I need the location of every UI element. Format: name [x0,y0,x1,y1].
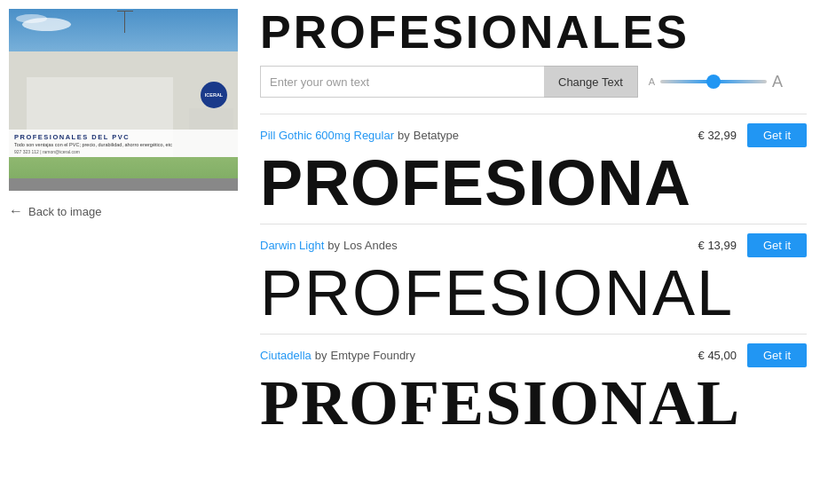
size-small-label: A [649,76,655,87]
custom-text-input[interactable] [260,66,544,98]
font-preview-2: PROFESIONAL [260,261,807,325]
font-name-link-3[interactable]: Ciutadella [260,349,311,362]
font-by-label-1: by [398,129,410,142]
app-layout: ICERAL PROFESIONALES DEL PVC Todo son ve… [0,0,820,504]
road [9,178,238,191]
font-info-3: Ciutadella by Emtype Foundry [260,349,415,362]
font-price-actions-3: € 45,00 Get it [698,343,807,367]
back-to-image-link[interactable]: ← Back to image [9,203,101,219]
font-entry-1: Pill Gothic 600mg Regular by Betatype € … [260,114,807,224]
image-phone: 927 323 112 | ramon@iceral.com [14,149,233,154]
right-panel: PROFESIONALES Change Text A A Pill Gothi… [247,0,820,504]
font-preview-1: PROFESIONA [260,151,807,215]
font-foundry-3: Emtype Foundry [331,349,415,362]
size-large-label: A [772,73,783,91]
font-foundry-1: Betatype [414,129,459,142]
font-entry-2: Darwin Light by Los Andes € 13,99 Get it… [260,224,807,334]
change-text-button[interactable]: Change Text [544,66,638,98]
font-price-2: € 13,99 [698,239,737,252]
image-title: PROFESIONALES DEL PVC [14,133,233,141]
get-it-button-1[interactable]: Get it [747,123,807,147]
get-it-button-2[interactable]: Get it [747,233,807,257]
back-arrow-icon: ← [9,203,23,219]
font-entry-3: Ciutadella by Emtype Foundry € 45,00 Get… [260,334,807,444]
font-foundry-2: Los Andes [343,239,398,252]
font-by-label-2: by [327,239,340,252]
back-to-image-label: Back to image [28,205,101,218]
get-it-button-3[interactable]: Get it [747,343,807,367]
font-by-label-3: by [315,349,327,362]
font-list: Pill Gothic 600mg Regular by Betatype € … [260,114,807,444]
font-price-1: € 32,99 [698,129,737,142]
font-price-3: € 45,00 [698,349,737,362]
antenna [124,11,125,33]
font-info-2: Darwin Light by Los Andes [260,239,398,252]
font-price-actions-2: € 13,99 Get it [698,233,807,257]
logo-circle: ICERAL [201,82,227,108]
size-slider[interactable] [660,80,767,83]
main-title: PROFESIONALES [260,9,807,55]
font-info-1: Pill Gothic 600mg Regular by Betatype [260,129,459,142]
size-control: A A [649,73,783,91]
left-panel: ICERAL PROFESIONALES DEL PVC Todo son ve… [0,0,247,504]
font-meta-2: Darwin Light by Los Andes € 13,99 Get it [260,233,807,257]
cloud-2 [16,14,47,23]
font-meta-3: Ciutadella by Emtype Foundry € 45,00 Get… [260,343,807,367]
preview-image: ICERAL PROFESIONALES DEL PVC Todo son ve… [9,9,238,191]
font-name-link-2[interactable]: Darwin Light [260,239,324,252]
font-meta-1: Pill Gothic 600mg Regular by Betatype € … [260,123,807,147]
logo-text: ICERAL [205,92,223,98]
font-price-actions-1: € 32,99 Get it [698,123,807,147]
image-subtitle: Todo son ventajas con el PVC; precio, du… [14,142,233,148]
text-bar: Change Text A A [260,66,807,98]
image-text-overlay: PROFESIONALES DEL PVC Todo son ventajas … [9,130,238,157]
font-name-link-1[interactable]: Pill Gothic 600mg Regular [260,129,394,142]
font-preview-3: PROFESIONAL [260,371,807,435]
